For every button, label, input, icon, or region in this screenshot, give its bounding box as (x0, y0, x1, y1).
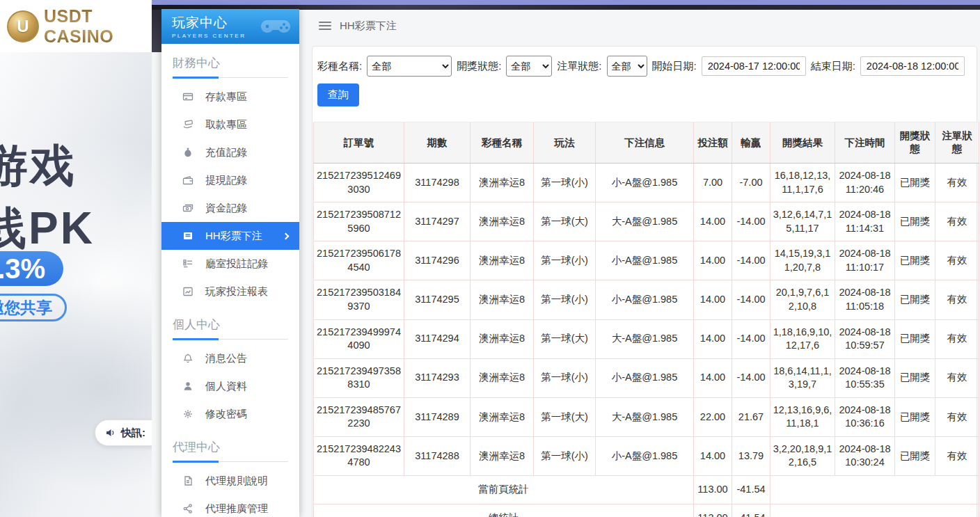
table-cell: 2152172394999744090 (314, 319, 404, 358)
logo-bar: U USDT CASINO (0, 0, 152, 52)
table-cell: 已開獎 (895, 202, 935, 241)
table-cell: 第一球(小) (534, 280, 596, 319)
table-cell: 澳洲幸运8 (471, 358, 534, 397)
lottery-name-select[interactable]: 全部 (367, 56, 452, 77)
table-cell: 14.00 (694, 319, 732, 358)
sidebar-item-充值記錄[interactable]: 充值記錄 (161, 138, 299, 166)
lottery-name-label: 彩種名稱: (317, 60, 362, 73)
summary-winloss: -41.54 (732, 504, 770, 517)
table-row: 215217239503184937031174295澳洲幸运8第一球(小)小-… (314, 280, 979, 319)
bet-doc-icon (182, 230, 193, 241)
table-row: 215217239506178454031174296澳洲幸运8第一球(小)小-… (314, 241, 979, 280)
table-cell: 14.00 (694, 358, 732, 397)
sidebar-item-label: 資金記錄 (205, 202, 247, 215)
news-ticker-pill: 快訊: (95, 420, 152, 446)
column-header: 開獎狀態 (895, 122, 935, 164)
table-cell: 有效 (935, 397, 979, 436)
sidebar-item-修改密碼[interactable]: 修改密碼 (161, 400, 299, 428)
gear-icon (182, 408, 193, 420)
table-cell: 2152172394973588310 (314, 358, 404, 397)
end-date-label: 結束日期: (811, 60, 855, 73)
table-cell: 3,12,6,14,7,15,11,17 (770, 202, 835, 241)
start-date-input[interactable] (702, 56, 806, 76)
sidebar-item-資金記錄[interactable]: 資金記錄 (161, 194, 299, 222)
sidebar-item-HH彩票下注[interactable]: HH彩票下注 (161, 222, 299, 250)
table-cell: 小-A盤@1.985 (596, 164, 694, 202)
table-cell: 小-A盤@1.985 (596, 436, 694, 475)
order-status-label: 注單狀態: (557, 60, 601, 73)
promo-headline-2: 线PK (0, 198, 95, 259)
sidebar-item-存款專區[interactable]: 存款專區 (161, 83, 299, 111)
sidebar-gap-shadow (152, 10, 161, 52)
sidebar-item-消息公告[interactable]: 消息公告 (161, 344, 299, 372)
chevron-right-icon (283, 232, 290, 239)
table-cell: -14.00 (732, 241, 770, 280)
table-cell: 澳洲幸运8 (471, 280, 534, 319)
news-label: 快訊: (121, 427, 145, 440)
sidebar-item-個人資料[interactable]: 個人資料 (161, 372, 299, 400)
table-cell: 有效 (935, 436, 979, 475)
table-cell: 14.00 (694, 202, 732, 241)
table-cell: 31174293 (404, 358, 471, 397)
column-header: 下注時間 (835, 122, 895, 164)
table-cell: 14.00 (694, 241, 732, 280)
table-cell: 已開獎 (895, 436, 935, 475)
table-cell: 14,15,19,3,11,20,7,8 (770, 241, 835, 280)
table-cell: 已開獎 (895, 397, 935, 436)
page-title: HH彩票下注 (340, 19, 397, 33)
table-row: 215217239512469303031174298澳洲幸运8第一球(小)小-… (314, 164, 979, 202)
summary-bet-amount: 113.00 (694, 476, 732, 504)
sidebar-item-廳室投註記錄[interactable]: 廳室投註記錄 (161, 250, 299, 278)
table-cell: 第一球(小) (534, 358, 596, 397)
main-header: HH彩票下注 (299, 10, 980, 42)
summary-label: 總統計 (314, 504, 694, 517)
section-divider (173, 338, 288, 340)
table-row: 215217239485767223031174289澳洲幸运8第一球(大)大-… (314, 397, 979, 436)
sidebar-item-代理推廣管理[interactable]: 代理推廣管理 (161, 495, 299, 517)
table-cell: 3,2,20,18,9,12,16,5 (770, 436, 835, 475)
table-cell: 21.67 (732, 397, 770, 436)
column-header: 訂單號 (314, 122, 404, 164)
sidebar-item-取款專區[interactable]: 取款專區 (161, 111, 299, 138)
search-button[interactable]: 查詢 (317, 83, 359, 106)
table-cell: 大-A盤@1.985 (596, 397, 694, 436)
draw-status-label: 開獎狀態: (457, 60, 501, 73)
table-row: 215217239499974409031174294澳洲幸运8第一球(大)大-… (314, 319, 979, 358)
table-cell: 已開獎 (895, 358, 935, 397)
sidebar-item-玩家投注報表[interactable]: 玩家投注報表 (161, 278, 299, 305)
table-cell: 第一球(小) (534, 241, 596, 280)
column-header: 開獎結果 (770, 122, 835, 164)
table-cell: 2152172395124693030 (314, 164, 404, 202)
table-cell: -14.00 (732, 319, 770, 358)
bell-icon (182, 353, 193, 364)
table-cell: 18,6,14,11,1,3,19,7 (770, 358, 835, 397)
sidebar-item-label: HH彩票下注 (205, 230, 262, 243)
sidebar-item-label: 提現記錄 (205, 174, 247, 187)
table-cell: 2152172395031849370 (314, 280, 404, 319)
table-header-row: 訂單號期數彩種名稱玩法下注信息投注額輸贏開獎結果下注時間開獎狀態注單狀態 (314, 122, 979, 164)
sidebar-item-代理規則說明[interactable]: 代理規則說明 (161, 467, 299, 495)
table-cell: 小-A盤@1.985 (596, 280, 694, 319)
table-cell: 2024-08-18 11:14:31 (835, 202, 895, 241)
table-cell: 澳洲幸运8 (471, 397, 534, 436)
table-cell: 2024-08-18 11:05:18 (835, 280, 895, 319)
table-cell: 31174294 (404, 319, 471, 358)
share-icon (182, 503, 193, 514)
summary-empty (770, 476, 979, 504)
table-cell: 有效 (935, 280, 979, 319)
summary-row: 總統計113.00-41.54 (314, 504, 979, 517)
table-cell: 第一球(大) (534, 319, 596, 358)
draw-status-select[interactable]: 全部 (506, 56, 552, 77)
table-cell: 已開獎 (895, 164, 935, 202)
sidebar-item-label: 個人資料 (205, 380, 247, 393)
table-cell: 第一球(大) (534, 202, 596, 241)
table-cell: 2152172395061784540 (314, 241, 404, 280)
table-cell: 7.00 (694, 164, 732, 202)
table-cell: 有效 (935, 202, 979, 241)
sidebar-item-提現記錄[interactable]: 提現記錄 (161, 166, 299, 194)
table-row: 215217239482243478031174288澳洲幸运8第一球(小)小-… (314, 436, 979, 475)
table-cell: 31174298 (404, 164, 471, 202)
order-status-select[interactable]: 全部 (607, 56, 647, 77)
hamburger-menu-icon[interactable] (319, 22, 331, 30)
end-date-input[interactable] (860, 56, 965, 76)
